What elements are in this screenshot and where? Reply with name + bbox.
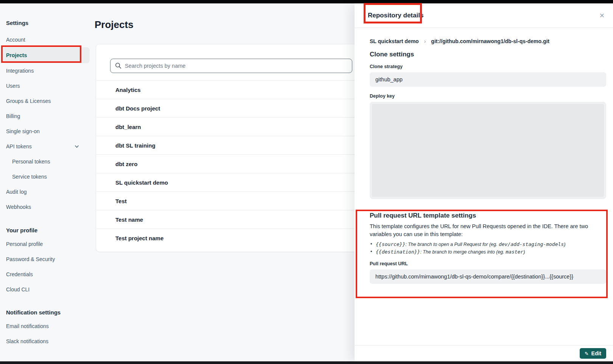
pr-variable-item: {{source}}: The branch to open a Pull Re… [370, 241, 606, 248]
project-search [110, 59, 352, 73]
chevron-down-icon[interactable] [74, 144, 79, 149]
page-title: Projects [95, 19, 134, 31]
sidebar-item-label: Slack notifications [6, 338, 48, 344]
sidebar-item-label: Personal tokens [12, 159, 50, 165]
sidebar-item-label: Credentials [6, 271, 33, 277]
clone-settings-heading: Clone settings [370, 51, 606, 58]
sidebar-item[interactable]: Account [6, 32, 90, 47]
project-name: dbt SL training [115, 142, 156, 149]
project-name: Test [115, 198, 127, 204]
sidebar-item-label: Groups & Licenses [6, 98, 51, 104]
sidebar-item[interactable]: Billing [6, 109, 90, 124]
sidebar-item-label: Password & Security [6, 256, 55, 262]
pr-template-variables: {{source}}: The branch to open a Pull Re… [370, 241, 606, 256]
pr-variable-item: {{destination}}: The branch to merge cha… [370, 248, 606, 256]
project-name: Analytics [115, 87, 141, 93]
project-name: Test project name [115, 235, 163, 241]
pr-template-description: This template configures the URL for new… [370, 222, 605, 238]
project-name: Test name [115, 216, 143, 223]
edit-button-label: Edit [591, 350, 601, 356]
sidebar-item[interactable]: Cloud CLI [6, 282, 90, 297]
project-name: dbt Docs project [115, 105, 160, 112]
sidebar-item-label: Projects [6, 52, 27, 58]
pr-variable-code: {{destination}} [376, 249, 420, 255]
pr-variable-suffix: ) [523, 249, 525, 255]
project-name: dbt_learn [115, 124, 141, 130]
sidebar-profile-heading: Your profile [6, 226, 95, 235]
sidebar-item-label: Cloud CLI [6, 286, 30, 292]
project-name: dbt zero [115, 161, 137, 167]
sidebar-item-label: Email notifications [6, 323, 49, 329]
sidebar-item-label: Users [6, 83, 20, 89]
sidebar-profile-group: Personal profile Password & Security Cre… [6, 236, 95, 297]
pr-template-heading: Pull request URL template settings [370, 212, 606, 219]
sidebar-item[interactable]: Password & Security [6, 252, 90, 267]
search-input[interactable] [110, 59, 352, 73]
sidebar-notification-group: Email notifications Slack notifications [6, 319, 95, 349]
sidebar-item[interactable]: Personal tokens [6, 154, 90, 169]
sidebar-settings-group: Account Projects Integrations Us [6, 32, 95, 215]
pr-url-label: Pull request URL [370, 261, 606, 266]
sidebar-settings-heading: Settings [6, 19, 95, 28]
sidebar-item[interactable]: Slack notifications [6, 334, 90, 349]
drawer-body: SL quickstart demo › git://github.com/mi… [355, 28, 613, 345]
sidebar-item[interactable]: Credentials [6, 267, 90, 282]
sidebar-item[interactable]: Groups & Licenses [6, 93, 90, 109]
drawer-title: Repository details [368, 12, 423, 19]
clone-strategy-label: Clone strategy [370, 64, 606, 69]
project-name: SL quickstart demo [115, 179, 168, 186]
sidebar-item-label: API tokens [6, 143, 32, 149]
pr-url-value: https://github.com/mirnawong1/db-sl-qs-d… [370, 269, 606, 284]
close-icon[interactable]: ✕ [597, 11, 607, 20]
breadcrumb-separator-icon: › [424, 38, 426, 44]
sidebar-item[interactable]: API tokens [6, 139, 90, 154]
search-icon [115, 62, 121, 69]
sidebar-item[interactable]: Projects [3, 47, 90, 63]
sidebar-item[interactable]: Service tokens [6, 169, 90, 184]
sidebar-notification-heading: Notification settings [6, 308, 95, 317]
sidebar-item-label: Account [6, 37, 25, 43]
breadcrumb-repo-url: git://github.com/mirnawong1/db-sl-qs-dem… [431, 38, 549, 44]
sidebar-item-label: Audit log [6, 189, 26, 195]
bottom-chrome-bar [0, 361, 613, 364]
pull-request-template-section: Pull request URL template settings This … [370, 207, 606, 284]
pr-variable-example: dev/add-staging-models [499, 241, 564, 247]
top-chrome-bar [0, 0, 613, 3]
deploy-key-label: Deploy key [370, 93, 606, 99]
drawer-header: Repository details ✕ [355, 3, 613, 28]
deploy-key-redacted-value [372, 104, 604, 197]
pr-variable-code: {{source}} [376, 241, 405, 247]
sidebar-item[interactable]: Users [6, 78, 90, 93]
breadcrumb-project[interactable]: SL quickstart demo [370, 38, 419, 44]
sidebar-item-label: Single sign-on [6, 128, 40, 134]
breadcrumb: SL quickstart demo › git://github.com/mi… [370, 38, 606, 44]
sidebar-item[interactable]: Personal profile [6, 236, 90, 252]
sidebar-item[interactable]: Audit log [6, 184, 90, 199]
repository-details-drawer: Repository details ✕ SL quickstart demo … [355, 3, 613, 361]
pencil-icon: ✎ [585, 351, 589, 356]
sidebar-item[interactable]: Integrations [6, 63, 90, 78]
pr-variable-suffix: ) [564, 242, 565, 247]
sidebar-item-label: Personal profile [6, 241, 43, 247]
sidebar-item-label: Integrations [6, 68, 34, 74]
drawer-footer: ✎ Edit [355, 345, 613, 361]
edit-button[interactable]: ✎ Edit [580, 348, 606, 359]
clone-strategy-value: github_app [370, 72, 606, 87]
pr-variable-description: : The branch to merge changes into (eg. [420, 249, 506, 255]
deploy-key-field [370, 102, 606, 199]
pr-variable-example: master [506, 249, 523, 255]
sidebar-item-label: Billing [6, 113, 20, 119]
pr-variable-description: : The branch to open a Pull Request for … [405, 242, 499, 247]
sidebar-item-label: Service tokens [12, 174, 47, 180]
sidebar-item[interactable]: Single sign-on [6, 124, 90, 139]
settings-sidebar: Settings Account Projects Integrations [0, 3, 95, 349]
sidebar-item[interactable]: Email notifications [6, 319, 90, 334]
sidebar-item[interactable]: Webhooks [6, 199, 90, 215]
sidebar-item-label: Webhooks [6, 204, 31, 210]
